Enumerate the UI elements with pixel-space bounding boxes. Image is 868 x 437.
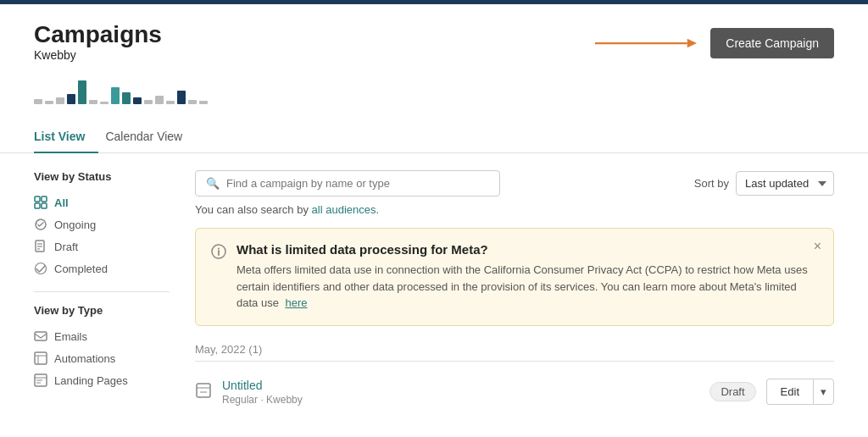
all-icon (34, 196, 47, 209)
view-by-type-title: View by Type (34, 304, 170, 317)
sidebar-landing-pages-label: Landing Pages (54, 374, 128, 387)
info-banner-content: What is limited data processing for Meta… (236, 242, 818, 312)
sidebar-ongoing-label: Ongoing (54, 218, 96, 231)
sidebar-item-ongoing[interactable]: Ongoing (34, 213, 170, 235)
create-campaign-button[interactable]: Create Campaign (710, 28, 834, 58)
campaign-account: Kwebby (266, 394, 303, 406)
landing-pages-icon (34, 373, 47, 387)
svg-rect-3 (42, 196, 47, 202)
ongoing-icon (34, 218, 47, 231)
sidebar-all-label: All (54, 196, 69, 209)
chart-bar (111, 87, 120, 104)
svg-rect-2 (35, 196, 40, 202)
header-right: Create Campaign (595, 28, 834, 58)
chart-bar (89, 100, 97, 104)
chart-bar (188, 100, 197, 104)
chart-bar (45, 101, 53, 104)
svg-rect-5 (42, 203, 47, 208)
sidebar-item-automations[interactable]: Automations (34, 347, 170, 369)
arrow-indicator (595, 33, 697, 53)
header-left: Campaigns Kwebby (34, 21, 162, 62)
sidebar-item-emails[interactable]: Emails (34, 325, 170, 347)
tab-calendar-view[interactable]: Calendar View (105, 121, 196, 153)
campaign-name[interactable]: Untitled (222, 379, 699, 392)
campaign-info: Untitled Regular · Kwebby (222, 379, 699, 406)
chart-bar (199, 101, 208, 104)
svg-marker-1 (687, 39, 697, 48)
info-banner-close-button[interactable]: × (814, 239, 821, 254)
campaign-actions: Edit ▾ (766, 379, 834, 405)
sidebar-draft-label: Draft (54, 241, 78, 253)
info-banner-link[interactable]: here (286, 296, 308, 309)
chart-bar (122, 92, 131, 104)
campaign-status-badge: Draft (709, 382, 755, 401)
chart-bar (166, 101, 175, 104)
chart-area (0, 62, 868, 113)
header: Campaigns Kwebby Create Campaign (0, 4, 868, 62)
edit-button[interactable]: Edit (766, 379, 813, 405)
all-audiences-link[interactable]: all audiences (312, 203, 376, 216)
sidebar-item-landing-pages[interactable]: Landing Pages (34, 369, 170, 391)
sidebar-automations-label: Automations (54, 352, 115, 365)
chart-bar (56, 97, 64, 104)
search-box: 🔍 (195, 170, 500, 196)
completed-icon (34, 262, 47, 275)
sidebar-emails-label: Emails (54, 330, 87, 343)
main-content: View by Status All Ongoing (0, 153, 868, 431)
search-icon: 🔍 (206, 177, 220, 190)
edit-dropdown-button[interactable]: ▾ (813, 379, 834, 405)
chart-bar (144, 100, 153, 104)
sort-select[interactable]: Last updated Name Date created (736, 171, 834, 196)
tab-list-view[interactable]: List View (34, 121, 98, 153)
sidebar-completed-label: Completed (54, 263, 108, 275)
sidebar-item-all[interactable]: All (34, 191, 170, 213)
automations-icon (34, 351, 47, 365)
info-banner-icon (211, 244, 226, 262)
info-banner-title: What is limited data processing for Meta… (236, 242, 818, 257)
sort-label: Sort by (694, 177, 729, 190)
sidebar-item-draft[interactable]: Draft (34, 235, 170, 257)
chart-bar (78, 80, 86, 104)
group-header: May, 2022 (1) (195, 343, 834, 362)
search-input[interactable] (226, 177, 489, 190)
page-title: Campaigns (34, 21, 162, 48)
chart-bar (177, 91, 186, 104)
info-banner: What is limited data processing for Meta… (195, 228, 834, 326)
campaign-type-icon (195, 382, 212, 401)
campaign-row: Untitled Regular · Kwebby Draft Edit ▾ (195, 370, 834, 414)
chart-bar (100, 102, 108, 104)
campaign-type: Regular (222, 394, 258, 406)
content-area: 🔍 Sort by Last updated Name Date created… (195, 170, 834, 414)
sidebar-divider (34, 291, 170, 292)
also-search-row: You can also search by all audiences. (195, 203, 834, 216)
chart-bars (34, 70, 834, 104)
emails-icon (34, 329, 47, 343)
chart-bar (67, 94, 75, 104)
chart-bar (155, 96, 164, 104)
sidebar-item-completed[interactable]: Completed (34, 257, 170, 279)
info-banner-text: Meta offers limited data use in connecti… (236, 262, 818, 312)
sort-row: Sort by Last updated Name Date created (694, 171, 834, 196)
sidebar: View by Status All Ongoing (34, 170, 170, 414)
chart-bar (34, 99, 42, 104)
svg-point-22 (218, 248, 220, 250)
svg-rect-23 (197, 384, 210, 397)
svg-rect-4 (35, 203, 40, 208)
campaign-group: May, 2022 (1) Untitled Regular · Kwebby (195, 343, 834, 414)
campaign-sub: Regular · Kwebby (222, 394, 699, 406)
chart-bar (133, 97, 142, 104)
view-by-status-title: View by Status (34, 170, 170, 183)
svg-rect-13 (35, 352, 47, 364)
draft-icon (34, 240, 47, 253)
tabs-bar: List View Calendar View (0, 121, 868, 153)
top-search-sort: 🔍 Sort by Last updated Name Date created (195, 170, 834, 196)
svg-rect-12 (35, 332, 47, 340)
account-name: Kwebby (34, 48, 162, 62)
